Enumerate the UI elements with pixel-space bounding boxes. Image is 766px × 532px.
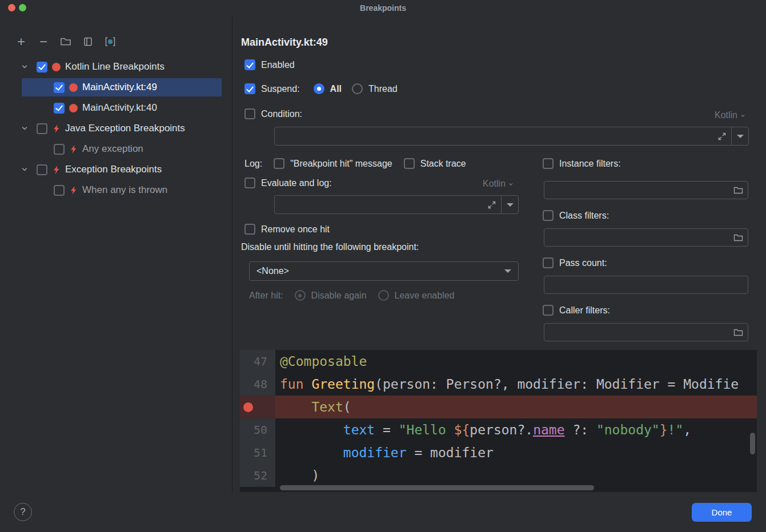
condition-history-dropdown-button[interactable] bbox=[731, 127, 748, 145]
tree-group-exception-breakpoints[interactable]: Exception Breakpoints bbox=[0, 159, 232, 180]
evaluate-input[interactable] bbox=[275, 196, 501, 213]
gutter-line-number[interactable]: 47 bbox=[240, 350, 275, 373]
code-line-text: text = "Hello ${person?.name ?: "nobody"… bbox=[275, 418, 691, 441]
tree-item-label: Java Exception Breakpoints bbox=[65, 123, 185, 134]
code-line: 51 modifier = modifier bbox=[240, 441, 757, 464]
folder-icon[interactable] bbox=[733, 186, 743, 195]
evaluate-language-selector[interactable]: Kotlin bbox=[483, 179, 514, 189]
class-filters-input[interactable] bbox=[544, 229, 733, 246]
checkbox[interactable] bbox=[54, 144, 65, 155]
breakpoints-dialog: Breakpoints + − Kotlin Line Br bbox=[0, 0, 766, 532]
caller-filters-input[interactable] bbox=[544, 324, 733, 341]
tree-group-kotlin-line-breakpoints[interactable]: Kotlin Line Breakpoints bbox=[0, 57, 232, 77]
done-button[interactable]: Done bbox=[692, 503, 752, 522]
pass-count-row: Pass count: bbox=[543, 257, 607, 268]
group-by-file-button[interactable] bbox=[59, 35, 72, 48]
breakpoint-dot-icon[interactable] bbox=[243, 402, 253, 412]
evaluate-field bbox=[275, 196, 501, 213]
checkbox[interactable] bbox=[54, 82, 65, 93]
folder-icon[interactable] bbox=[733, 328, 743, 337]
log-message-checkbox[interactable] bbox=[274, 158, 284, 169]
condition-row: Condition: bbox=[244, 108, 302, 119]
add-breakpoint-button[interactable]: + bbox=[15, 35, 27, 48]
tree-item-label: Kotlin Line Breakpoints bbox=[65, 61, 165, 72]
leave-enabled-radio[interactable] bbox=[378, 290, 389, 301]
chevron-down-icon[interactable] bbox=[21, 166, 29, 174]
tree-item-any-exception[interactable]: Any exception bbox=[0, 139, 232, 159]
chevron-down-icon bbox=[740, 113, 745, 118]
condition-input[interactable] bbox=[275, 127, 731, 145]
gutter-line-number[interactable] bbox=[240, 396, 275, 418]
chevron-down-icon bbox=[504, 269, 511, 276]
gutter-line-number[interactable]: 48 bbox=[240, 373, 275, 396]
code-line-text: @Composable bbox=[275, 350, 367, 373]
caller-filters-checkbox[interactable] bbox=[543, 305, 554, 316]
suspend-row: Suspend: All Thread bbox=[244, 83, 398, 94]
breakpoints-tree: Kotlin Line Breakpoints MainActivity.kt:… bbox=[0, 57, 232, 200]
remove-breakpoint-button[interactable]: − bbox=[37, 35, 50, 48]
group-by-package-button[interactable] bbox=[82, 35, 94, 48]
disable-again-radio[interactable] bbox=[295, 290, 306, 301]
chevron-down-icon[interactable] bbox=[21, 124, 29, 132]
pass-count-field bbox=[544, 276, 748, 294]
group-by-class-button[interactable] bbox=[104, 35, 117, 48]
titlebar: Breakpoints bbox=[0, 0, 766, 16]
pass-count-input[interactable] bbox=[544, 276, 748, 293]
class-filters-row: Class filters: bbox=[543, 210, 609, 221]
exception-bolt-icon bbox=[69, 186, 78, 195]
gutter-line-number[interactable]: 52 bbox=[240, 464, 275, 487]
suspend-thread-label: Thread bbox=[368, 84, 398, 94]
pass-count-label: Pass count: bbox=[559, 258, 607, 268]
caller-filters-row: Caller filters: bbox=[543, 305, 610, 316]
checkbox[interactable] bbox=[54, 185, 65, 196]
stack-trace-checkbox[interactable] bbox=[404, 158, 415, 169]
checkbox[interactable] bbox=[37, 164, 47, 175]
enabled-checkbox[interactable] bbox=[244, 59, 255, 70]
class-filters-field bbox=[544, 228, 748, 247]
code-line: 52 ) bbox=[240, 464, 757, 487]
pass-count-checkbox[interactable] bbox=[543, 257, 554, 268]
checkbox[interactable] bbox=[37, 123, 47, 134]
evaluate-history-dropdown-button[interactable] bbox=[501, 196, 518, 213]
breakpoint-dot-icon bbox=[52, 63, 61, 71]
tree-item-label: When any is thrown bbox=[82, 184, 167, 196]
folder-icon[interactable] bbox=[733, 233, 743, 242]
checkbox[interactable] bbox=[54, 103, 65, 114]
caller-filters-field bbox=[544, 323, 748, 341]
enabled-row: Enabled bbox=[244, 59, 295, 70]
class-filters-checkbox[interactable] bbox=[543, 210, 554, 221]
suspend-all-radio[interactable] bbox=[314, 83, 324, 94]
suspend-thread-radio[interactable] bbox=[352, 83, 363, 94]
condition-checkbox[interactable] bbox=[244, 108, 255, 119]
instance-filters-label: Instance filters: bbox=[559, 159, 621, 169]
tree-item-label: MainActivity.kt:49 bbox=[82, 82, 157, 93]
expand-icon[interactable] bbox=[487, 200, 496, 209]
instance-filters-input[interactable] bbox=[544, 182, 733, 199]
instance-filters-field bbox=[544, 181, 748, 199]
suspend-checkbox[interactable] bbox=[244, 83, 255, 94]
tree-group-java-exception-breakpoints[interactable]: Java Exception Breakpoints bbox=[0, 118, 232, 139]
evaluate-checkbox[interactable] bbox=[244, 178, 255, 188]
tree-item-mainactivity-40[interactable]: MainActivity.kt:40 bbox=[0, 98, 232, 118]
checkbox[interactable] bbox=[37, 62, 47, 72]
expand-icon[interactable] bbox=[717, 132, 727, 141]
tree-item-when-any-is-thrown[interactable]: When any is thrown bbox=[0, 180, 232, 200]
gutter-line-number[interactable]: 51 bbox=[240, 441, 275, 464]
sidebar-toolbar: + − bbox=[15, 35, 117, 48]
horizontal-scrollbar[interactable] bbox=[280, 485, 594, 490]
instance-filters-checkbox[interactable] bbox=[543, 158, 554, 169]
tree-item-mainactivity-49[interactable]: MainActivity.kt:49 bbox=[0, 77, 232, 98]
chevron-down-icon[interactable] bbox=[21, 63, 29, 71]
remove-once-hit-label: Remove once hit bbox=[261, 224, 330, 235]
gutter-line-number[interactable]: 50 bbox=[240, 418, 275, 441]
vertical-scrollbar[interactable] bbox=[750, 433, 755, 454]
help-button[interactable]: ? bbox=[14, 503, 32, 521]
evaluate-row: Evaluate and log: bbox=[244, 178, 332, 188]
breakpoint-title: MainActivity.kt:49 bbox=[241, 37, 328, 49]
remove-once-hit-row: Remove once hit bbox=[244, 224, 330, 235]
remove-once-hit-checkbox[interactable] bbox=[244, 224, 255, 235]
disable-until-dropdown[interactable]: <None> bbox=[249, 261, 519, 281]
suspend-all-label: All bbox=[330, 84, 342, 94]
condition-language-selector[interactable]: Kotlin bbox=[715, 110, 745, 120]
instance-filters-row: Instance filters: bbox=[543, 158, 621, 169]
